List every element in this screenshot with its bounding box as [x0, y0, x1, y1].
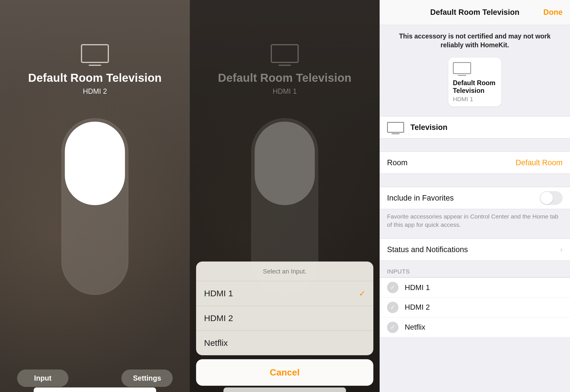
- tv-icon: [453, 62, 471, 74]
- settings-button[interactable]: Settings: [121, 369, 173, 387]
- device-name-label: Television: [410, 123, 447, 132]
- status-notifications-row[interactable]: Status and Notifications ›: [380, 238, 570, 261]
- input-row-hdmi2[interactable]: ✓ HDMI 2: [380, 297, 570, 317]
- favorites-label: Include in Favorites: [387, 194, 454, 203]
- sheet-option-hdmi1[interactable]: HDMI 1 ✓: [196, 281, 373, 306]
- sheet-option-hdmi2[interactable]: HDMI 2: [196, 306, 373, 330]
- tile-subtitle: HDMI 1: [453, 96, 497, 103]
- sheet-option-netflix[interactable]: Netflix: [196, 330, 373, 355]
- check-circle-icon: ✓: [387, 282, 398, 293]
- tv-icon: [387, 122, 404, 133]
- input-row-hdmi1[interactable]: ✓ HDMI 1: [380, 277, 570, 297]
- room-row[interactable]: Room Default Room: [380, 152, 570, 174]
- favorites-footnote: Favorite accessories appear in Control C…: [380, 209, 570, 230]
- sheet-cancel-button[interactable]: Cancel: [196, 359, 373, 386]
- slider-knob: [65, 122, 125, 205]
- certification-warning: This accessory is not certified and may …: [380, 25, 570, 55]
- input-action-sheet: Select an Input. HDMI 1 ✓ HDMI 2 Netflix…: [196, 262, 373, 386]
- check-circle-icon: ✓: [387, 302, 398, 313]
- device-subtitle: HDMI 2: [0, 87, 190, 95]
- check-circle-icon: ✓: [387, 322, 398, 333]
- checkmark-icon: ✓: [359, 289, 365, 298]
- home-indicator[interactable]: [34, 387, 156, 392]
- favorites-row: Include in Favorites: [380, 187, 570, 209]
- sheet-option-label: HDMI 1: [204, 289, 233, 298]
- device-title: Default Room Television: [0, 72, 190, 84]
- sheet-option-label: HDMI 2: [204, 313, 233, 323]
- input-row-netflix[interactable]: ✓ Netflix: [380, 317, 570, 337]
- input-button[interactable]: Input: [17, 369, 68, 387]
- chevron-right-icon: ›: [560, 245, 563, 254]
- nav-bar: Default Room Television Done: [380, 0, 570, 25]
- home-indicator[interactable]: [223, 387, 346, 392]
- nav-title: Default Room Television: [430, 8, 519, 17]
- input-label: HDMI 2: [405, 298, 563, 317]
- power-slider[interactable]: [62, 118, 129, 295]
- tile-name: Default Room Television: [453, 79, 497, 95]
- device-name-row[interactable]: Television: [380, 116, 570, 138]
- input-label: Netflix: [405, 318, 563, 337]
- done-button[interactable]: Done: [543, 8, 563, 17]
- input-label: HDMI 1: [405, 278, 563, 297]
- tv-icon: [81, 44, 109, 63]
- sheet-option-label: Netflix: [204, 338, 228, 348]
- accessory-tile[interactable]: Default Room Television HDMI 1: [448, 58, 501, 107]
- room-label: Room: [387, 158, 408, 167]
- sheet-title: Select an Input.: [196, 262, 373, 281]
- favorites-toggle[interactable]: [540, 191, 563, 205]
- status-label: Status and Notifications: [387, 245, 468, 254]
- room-value: Default Room: [516, 158, 563, 167]
- inputs-section-header: INPUTS: [380, 261, 570, 277]
